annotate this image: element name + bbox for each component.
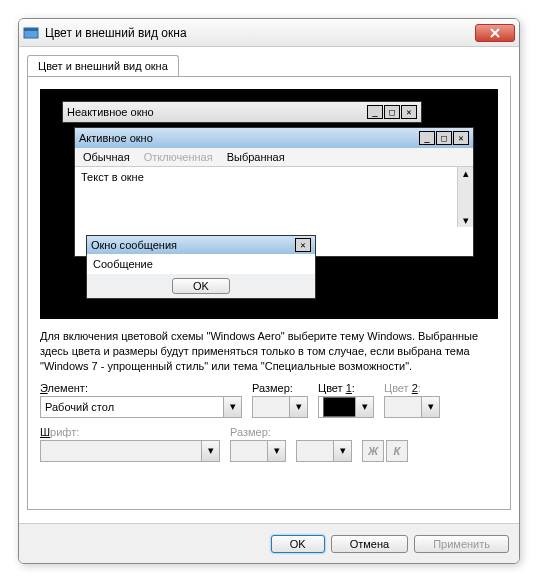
- scrollbar: ▴▾: [457, 167, 473, 227]
- inactive-title: Неактивное окно: [67, 106, 367, 118]
- apply-button[interactable]: Применить: [414, 535, 509, 553]
- color1-combo[interactable]: ▾: [318, 396, 374, 418]
- active-title: Активное окно: [79, 132, 419, 144]
- chevron-down-icon: ▾: [333, 441, 351, 461]
- chevron-down-icon: ▾: [201, 441, 219, 461]
- menu-disabled: Отключенная: [144, 151, 213, 163]
- preview-textbox: Текст в окне ▴▾: [75, 167, 473, 227]
- minimize-icon: _: [419, 131, 435, 145]
- dialog-footer: OK Отмена Применить: [19, 523, 519, 563]
- font-label: Шрифт:: [40, 426, 220, 438]
- appearance-dialog: Цвет и внешний вид окна Цвет и внешний в…: [18, 18, 520, 564]
- tab-appearance[interactable]: Цвет и внешний вид окна: [27, 55, 179, 76]
- fontsize-label: Размер:: [230, 426, 286, 438]
- chevron-down-icon: ▾: [289, 397, 307, 417]
- italic-button: К: [386, 440, 408, 462]
- preview-message-box: Окно сообщения ✕ Сообщение OK: [86, 235, 316, 299]
- window-title: Цвет и внешний вид окна: [45, 26, 475, 40]
- close-button[interactable]: [475, 24, 515, 42]
- minimize-icon: _: [367, 105, 383, 119]
- chevron-down-icon: ▾: [421, 397, 439, 417]
- close-icon: ✕: [401, 105, 417, 119]
- titlebar[interactable]: Цвет и внешний вид окна: [19, 19, 519, 47]
- bold-button: Ж: [362, 440, 384, 462]
- cancel-button[interactable]: Отмена: [331, 535, 408, 553]
- maximize-icon: □: [436, 131, 452, 145]
- preview-menu: Обычная Отключенная Выбранная: [75, 148, 473, 167]
- chevron-down-icon: ▾: [267, 441, 285, 461]
- chevron-down-icon[interactable]: ▾: [355, 397, 373, 417]
- ok-button[interactable]: OK: [271, 535, 325, 553]
- preview-area: Неактивное окно _ □ ✕ Активное окно _ □ …: [40, 89, 498, 319]
- msg-ok-button: OK: [172, 278, 230, 294]
- color1-label: Цвет 1:: [318, 382, 374, 394]
- element-value: Рабочий стол: [45, 401, 114, 413]
- color2-label: Цвет 2:: [384, 382, 440, 394]
- tab-strip: Цвет и внешний вид окна: [27, 55, 511, 76]
- msg-text: Сообщение: [87, 254, 315, 274]
- element-combo[interactable]: Рабочий стол ▾: [40, 396, 242, 418]
- close-icon: ✕: [295, 238, 311, 252]
- font-combo: ▾: [40, 440, 220, 462]
- fontsize-combo: ▾: [230, 440, 286, 462]
- fontcolor-combo: ▾: [296, 440, 352, 462]
- color2-combo: ▾: [384, 396, 440, 418]
- maximize-icon: □: [384, 105, 400, 119]
- description-text: Для включения цветовой схемы "Windows Ae…: [40, 329, 498, 374]
- chevron-down-icon[interactable]: ▾: [223, 397, 241, 417]
- close-icon: ✕: [453, 131, 469, 145]
- msg-title: Окно сообщения: [91, 239, 295, 251]
- size-label: Размер:: [252, 382, 308, 394]
- svg-rect-1: [24, 28, 38, 31]
- app-icon: [23, 25, 39, 41]
- textbox-text: Текст в окне: [81, 171, 144, 183]
- menu-selected: Выбранная: [227, 151, 285, 163]
- menu-normal: Обычная: [83, 151, 130, 163]
- preview-inactive-window: Неактивное окно _ □ ✕: [62, 101, 422, 123]
- size-combo: ▾: [252, 396, 308, 418]
- element-label: Элемент:: [40, 382, 242, 394]
- tab-content: Неактивное окно _ □ ✕ Активное окно _ □ …: [27, 76, 511, 510]
